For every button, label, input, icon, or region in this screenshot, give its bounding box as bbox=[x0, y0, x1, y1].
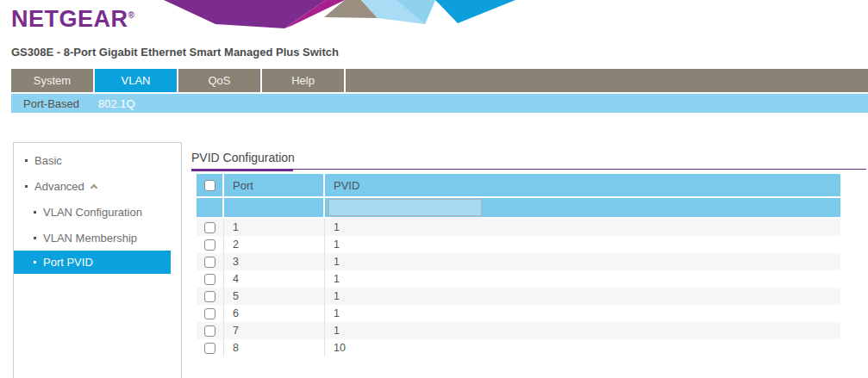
table-header-row: Port PVID bbox=[197, 174, 840, 196]
port-cell: 3 bbox=[224, 253, 325, 270]
main-content: PVID Configuration Port PVID 1 1 2 1 bbox=[191, 142, 866, 356]
sidebar-item-port-pvid[interactable]: Port PVID bbox=[14, 251, 171, 274]
row-checkbox[interactable] bbox=[204, 239, 215, 251]
row-checkbox[interactable] bbox=[204, 222, 215, 233]
sidebar-item-label: VLAN Configuration bbox=[43, 206, 142, 219]
chevron-up-icon bbox=[91, 183, 97, 190]
pvid-cell: 1 bbox=[325, 219, 840, 236]
port-cell: 1 bbox=[224, 219, 325, 236]
bullet-icon bbox=[34, 237, 36, 239]
table-row: 4 1 bbox=[197, 270, 840, 288]
table-row: 8 10 bbox=[197, 339, 840, 356]
table-row: 3 1 bbox=[197, 253, 840, 270]
bullet-icon bbox=[34, 261, 36, 263]
row-checkbox[interactable] bbox=[204, 308, 215, 319]
heading-underline bbox=[191, 169, 866, 171]
column-header-pvid: PVID bbox=[325, 174, 840, 196]
port-cell: 4 bbox=[224, 270, 325, 288]
bullet-icon bbox=[25, 159, 28, 162]
subnav-8021q[interactable]: 802.1Q bbox=[98, 97, 135, 110]
sidebar-item-label: Port PVID bbox=[43, 256, 93, 269]
pvid-cell: 1 bbox=[325, 253, 840, 270]
pvid-cell: 1 bbox=[325, 322, 840, 339]
pvid-cell: 1 bbox=[325, 270, 840, 288]
sidebar-item-basic[interactable]: Basic bbox=[14, 147, 181, 173]
tab-vlan[interactable]: VLAN bbox=[95, 69, 178, 92]
pvid-cell: 1 bbox=[325, 288, 840, 305]
bullet-icon bbox=[25, 185, 28, 188]
tab-help[interactable]: Help bbox=[262, 69, 346, 92]
sidebar-item-label: VLAN Membership bbox=[43, 232, 137, 245]
port-cell: 7 bbox=[224, 322, 325, 339]
pvid-table: Port PVID 1 1 2 1 3 1 4 1 bbox=[197, 174, 840, 356]
port-cell: 8 bbox=[224, 339, 325, 356]
tab-qos[interactable]: QoS bbox=[178, 69, 262, 92]
pvid-filter-input[interactable] bbox=[328, 199, 482, 216]
banner-graphic bbox=[159, 0, 517, 29]
netgear-logo: NETGEAR® bbox=[11, 6, 134, 33]
row-checkbox[interactable] bbox=[204, 257, 215, 268]
column-header-port: Port bbox=[224, 174, 325, 196]
port-cell: 6 bbox=[224, 305, 325, 322]
table-row: 5 1 bbox=[197, 288, 840, 305]
sidebar: Basic Advanced VLAN Configuration VLAN M… bbox=[13, 142, 182, 378]
subnav-port-based[interactable]: Port-Based bbox=[23, 97, 79, 110]
select-all-checkbox[interactable] bbox=[204, 180, 215, 191]
sidebar-item-vlan-configuration[interactable]: VLAN Configuration bbox=[14, 199, 181, 225]
tab-system[interactable]: System bbox=[11, 69, 95, 92]
device-title: GS308E - 8-Port Gigabit Ethernet Smart M… bbox=[11, 46, 339, 59]
registered-mark: ® bbox=[128, 10, 135, 20]
row-checkbox[interactable] bbox=[204, 343, 215, 354]
sidebar-item-label: Advanced bbox=[34, 180, 84, 193]
table-row: 2 1 bbox=[197, 236, 840, 253]
table-row: 7 1 bbox=[197, 322, 840, 339]
row-checkbox[interactable] bbox=[204, 325, 215, 337]
pvid-cell: 1 bbox=[325, 305, 840, 322]
bullet-icon bbox=[34, 211, 36, 214]
page-title: PVID Configuration bbox=[191, 151, 866, 164]
sidebar-item-vlan-membership[interactable]: VLAN Membership bbox=[14, 225, 181, 251]
sub-nav: Port-Based 802.1Q bbox=[11, 94, 868, 113]
table-row: 6 1 bbox=[197, 305, 840, 322]
sidebar-item-label: Basic bbox=[34, 154, 62, 167]
port-cell: 2 bbox=[224, 236, 325, 253]
row-checkbox[interactable] bbox=[204, 274, 215, 285]
sidebar-item-advanced[interactable]: Advanced bbox=[14, 173, 181, 199]
table-filter-row bbox=[197, 198, 840, 217]
table-row: 1 1 bbox=[197, 219, 840, 236]
port-cell: 5 bbox=[224, 288, 325, 305]
pvid-cell: 1 bbox=[325, 236, 840, 253]
pvid-cell: 10 bbox=[325, 339, 840, 356]
row-checkbox[interactable] bbox=[204, 291, 215, 302]
main-nav: System VLAN QoS Help bbox=[11, 69, 868, 92]
